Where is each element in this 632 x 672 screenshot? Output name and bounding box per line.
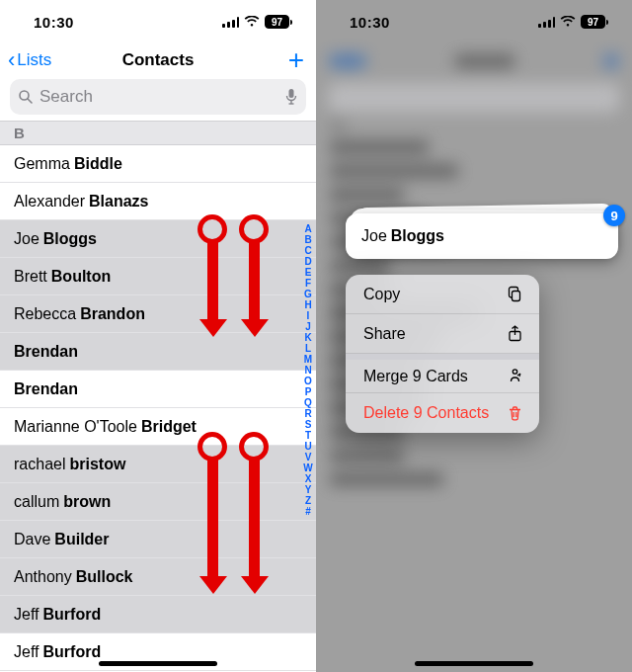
contact-last-name: Biddle [74,155,122,173]
contact-first-name: Dave [14,531,50,548]
back-button[interactable]: ‹ Lists [8,49,51,71]
contact-first-name: Rebecca [14,305,76,323]
contacts-list[interactable]: GemmaBiddleAlexanderBlanazsJoeBloggsBret… [0,145,316,672]
menu-label: Delete 9 Contacts [363,404,489,422]
alpha-index[interactable]: ABCDEFGHIJKLMNOPQRSTUVWXYZ# [302,223,314,517]
contact-row[interactable]: AlexanderBlanazs [0,183,316,220]
cellular-icon [222,17,239,28]
contact-first-name: Gemma [14,155,70,173]
menu-delete[interactable]: Delete 9 Contacts [346,393,539,433]
contact-first-name: Brett [14,268,47,286]
menu-copy[interactable]: Copy [346,275,539,314]
status-time: 10:30 [350,14,390,31]
contact-first-name: Jeff [14,606,40,624]
contact-first-name: Joe [14,230,40,248]
section-header: B [0,121,316,145]
contact-first-name: Alexander [14,193,85,210]
contact-first-name: Jeff [14,643,40,661]
contact-row[interactable]: JoeBloggs [0,220,316,258]
wifi-icon [244,16,260,28]
cellular-icon [538,17,555,28]
phone-right: 10:30 97 Joe Bloggs 9 Copy [316,0,632,672]
contact-row[interactable]: JeffBurford [0,596,316,633]
back-label: Lists [17,50,51,70]
svg-rect-2 [289,89,294,98]
phone-left: 10:30 97 ‹ Lists Contacts + Search B Gem… [0,0,316,672]
battery-icon: 97 [581,15,608,29]
home-indicator[interactable] [99,661,217,666]
status-indicators: 97 [222,15,292,29]
contact-row[interactable]: GemmaBiddle [0,145,316,183]
context-menu: Copy Share Merge 9 Cards Delete 9 Contac… [346,275,539,433]
contact-last-name: Brendan [14,343,78,361]
menu-label: Share [363,325,406,343]
svg-line-1 [28,99,32,103]
contact-row[interactable]: BrettBoulton [0,258,316,295]
selection-count-badge: 9 [603,205,625,226]
search-icon [18,89,34,105]
contact-row[interactable]: Marianne O'TooleBridget [0,408,316,446]
contact-row[interactable]: callumbrown [0,483,316,521]
contact-first-name: Marianne O'Toole [14,418,137,436]
contact-last-name: Builder [54,531,109,548]
contact-last-name: Brendan [14,380,78,398]
merge-icon [506,368,523,385]
contact-row[interactable]: Brendan [0,371,316,408]
status-bar: 10:30 97 [316,0,632,43]
contact-last-name: Bloggs [43,230,97,248]
card-last-name: Bloggs [391,227,444,245]
contact-last-name: Bullock [76,568,133,586]
contact-row[interactable]: AnthonyBullock [0,558,316,596]
chevron-left-icon: ‹ [8,49,15,71]
contact-first-name: callum [14,493,59,511]
search-placeholder: Search [40,87,284,107]
card-first-name: Joe [361,227,387,245]
contact-last-name: bristow [69,456,125,473]
battery-icon: 97 [265,15,292,29]
menu-label: Copy [363,286,400,303]
menu-merge[interactable]: Merge 9 Cards [346,354,539,393]
contact-row[interactable]: RebeccaBrandon [0,295,316,333]
contact-row[interactable]: rachaelbristow [0,446,316,483]
dictate-icon[interactable] [284,88,298,106]
contact-last-name: Burford [43,643,102,661]
wifi-icon [560,16,576,28]
contact-last-name: Bridget [141,418,197,436]
trash-icon [506,404,523,422]
contact-last-name: Burford [43,606,102,624]
contact-first-name: Anthony [14,568,72,586]
copy-icon [506,286,523,303]
menu-share[interactable]: Share [346,314,539,354]
nav-bar: ‹ Lists Contacts + [0,43,316,79]
menu-label: Merge 9 Cards [363,368,468,385]
status-time: 10:30 [34,14,74,31]
contact-last-name: Brandon [80,305,145,323]
contact-first-name: rachael [14,456,65,473]
share-icon [506,325,523,343]
contact-row[interactable]: Brendan [0,333,316,371]
selected-card-stack: Joe Bloggs 9 [346,213,618,259]
home-indicator[interactable] [415,661,533,666]
contact-last-name: Blanazs [89,193,148,210]
svg-point-7 [513,370,516,374]
svg-rect-5 [512,292,519,301]
status-bar: 10:30 97 [0,0,316,43]
contact-row[interactable]: DaveBuilder [0,521,316,558]
contact-last-name: brown [63,493,111,511]
selected-card[interactable]: Joe Bloggs [346,213,618,259]
contact-last-name: Boulton [51,268,111,286]
add-contact-button[interactable]: + [288,46,304,74]
status-indicators: 97 [538,15,608,29]
search-field[interactable]: Search [10,79,306,115]
